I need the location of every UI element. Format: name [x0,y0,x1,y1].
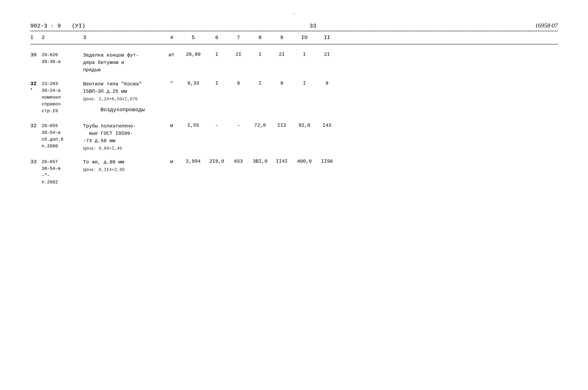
col-header-5: 5 [181,35,206,41]
row-val-7: – [228,123,249,128]
header-type: (УI) [72,23,121,29]
row-val-10: I [292,52,317,57]
row-val-6: I [206,81,228,86]
row-refs: 23–20330–24–аноменклсправочстр.I9 [42,81,83,114]
dashed-line-bottom [30,44,558,45]
col-header-9: 9 [271,35,292,41]
row-val-7: 9 [228,81,249,86]
row-val-5: 2,994 [181,158,206,164]
page-number: 33 [121,23,505,29]
row-val-8: 3BI,0 [249,158,271,164]
header-code: 16958·07 [505,22,558,29]
section-header: Воздухопроводы [83,104,162,116]
row-val-10: 92,0 [292,123,317,128]
row-val-8: 72,0 [249,123,271,128]
row-val-9: 9 [271,81,292,86]
row-val-5: 20,80 [181,52,206,57]
row-description: Заделка концов фут-дяра битумом ипрядью [83,52,162,74]
row-val-11: I43 [317,123,337,128]
row-refs: 26–62638–38–а [42,52,83,65]
price-note: Цена: 2,24+6,59xI,076 [83,96,162,102]
row-number: 3I* [30,81,42,93]
row-val-9: 2I [271,52,292,57]
row-val-9: II2 [271,123,292,128]
row-unit: м [162,123,181,129]
page-container: · 902-3 - 9 (УI) 33 16958·07 I 2 3 4 5 6… [30,11,558,189]
row-unit: м [162,158,181,165]
row-number: 30 [30,52,42,58]
column-headers: I 2 3 4 5 6 7 8 9 IO II [30,32,558,43]
row-refs: 26–65538–54–асб.доп.8п.2680 [42,123,83,150]
row-val-9: II4I [271,158,292,164]
table-row: 33 26–65738–54–в–"–п.2682 То же, д.80 мм… [30,155,558,189]
price-note: Цена: 0,II4+2,88 [83,167,162,173]
row-val-11: 2I [317,52,337,57]
row-val-8: I [249,52,271,57]
col-header-10: IO [292,35,317,41]
row-unit: " [162,81,181,87]
dashed-line-top [30,31,558,31]
row-val-5: I,55 [181,123,206,128]
row-description: Трубы полиэтилено- вые ГОСТ I8599--73 д.… [83,123,162,152]
row-val-6: – [206,123,228,128]
col-header-8: 8 [249,35,271,41]
doc-number: 902-3 - 9 [30,23,72,29]
row-val-5: 9,33 [181,81,206,86]
row-val-7: 653 [228,158,249,164]
table-row: 3I* 23–20330–24–аноменклсправочстр.I9 Ве… [30,77,558,119]
col-header-6: 6 [206,35,228,41]
row-val-6: 2I8,0 [206,158,228,164]
row-number: 33 [30,158,42,165]
row-unit: шт [162,52,181,58]
row-val-11: 9 [317,81,337,86]
header-row: 902-3 - 9 (УI) 33 16958·07 [30,22,558,29]
row-val-8: I [249,81,271,86]
row-description: То же, д.80 мм Цена: 0,II4+2,88 [83,158,162,173]
row-description: Вентили типа "Косва"I5ВП–3П д.25 мм Цена… [83,81,162,116]
row-val-10: I [292,81,317,86]
col-header-4: 4 [162,35,181,41]
col-header-11: II [317,35,337,41]
col-header-2: 2 [42,35,83,41]
row-val-11: II98 [317,158,337,164]
row-val-10: 400,0 [292,158,317,164]
col-header-1: I [30,35,42,41]
row-val-7: 2I [228,52,249,57]
row-refs: 26–65738–54–в–"–п.2682 [42,158,83,186]
table-row: 30 26–62638–38–а Заделка концов фут-дяра… [30,48,558,77]
price-note: Цена: 0,09+I,46 [83,145,162,152]
row-number: 32 [30,123,42,129]
table-row: 32 26–65538–54–асб.доп.8п.2680 Трубы пол… [30,119,558,155]
col-header-3: 3 [83,35,162,41]
col-header-7: 7 [228,35,249,41]
row-val-6: I [206,52,228,57]
dot-decoration: · [30,11,558,16]
data-rows: 30 26–62638–38–а Заделка концов фут-дяра… [30,48,558,189]
